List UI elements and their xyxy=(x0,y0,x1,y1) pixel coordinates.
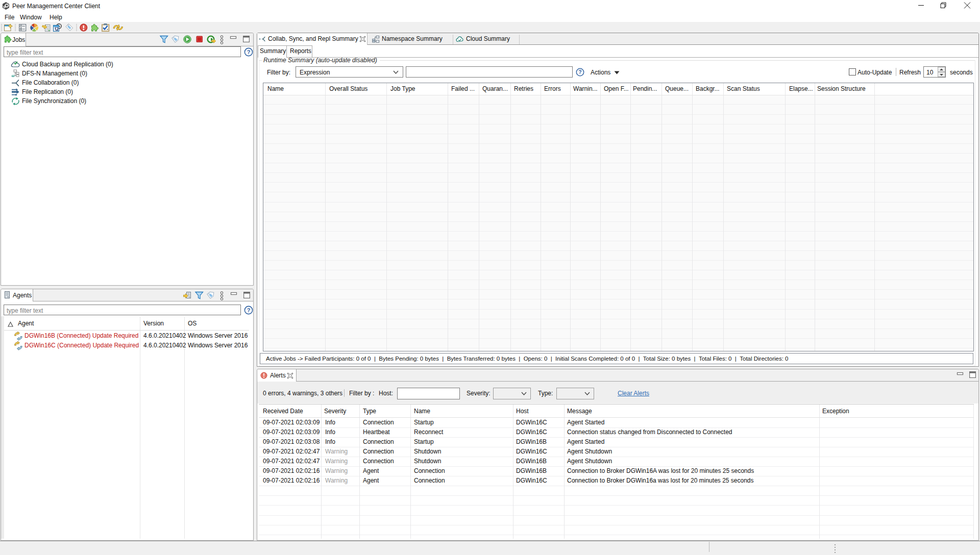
svg-text:?: ? xyxy=(247,49,251,55)
svg-text:?: ? xyxy=(247,307,251,313)
svg-text:?: ? xyxy=(578,69,581,75)
